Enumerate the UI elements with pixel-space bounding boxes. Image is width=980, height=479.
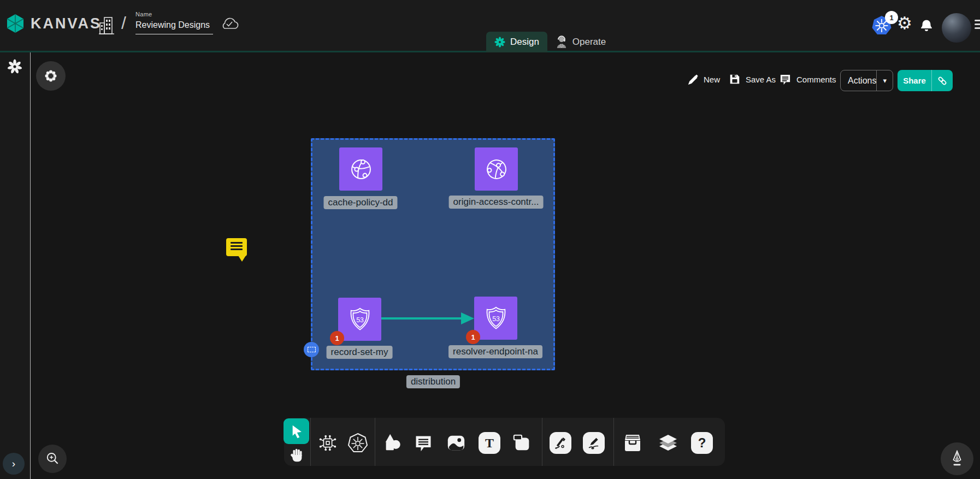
annotate-pen-button[interactable] — [941, 442, 973, 475]
route53-shield-icon: 53 — [481, 304, 511, 333]
new-button[interactable]: New — [686, 73, 720, 86]
tab-operate[interactable]: Operate — [550, 32, 612, 52]
node-record-set[interactable]: 53 — [338, 298, 381, 341]
cloudfront-globe-icon — [346, 154, 376, 185]
tool-kubernetes[interactable] — [346, 431, 370, 455]
left-sidebar — [0, 52, 31, 479]
share-label: Share — [898, 76, 931, 85]
pencil-scribble-icon — [583, 432, 605, 454]
app-header: KANVAS / Name — [0, 0, 980, 52]
node-resolver-endpoint[interactable]: 53 — [474, 297, 517, 340]
cursor-arrow-icon — [290, 424, 304, 439]
tool-pen-path[interactable] — [548, 431, 572, 455]
text-tool-icon: T — [479, 432, 500, 454]
node-origin-access-control[interactable] — [475, 147, 518, 191]
dashed-rect-icon — [308, 347, 316, 352]
help-question-icon: ? — [691, 432, 713, 454]
layers-icon — [657, 432, 679, 454]
design-name-label: Name — [135, 11, 213, 17]
node-label-cache-policy: cache-policy-dd — [323, 196, 397, 209]
tool-layers[interactable] — [656, 431, 680, 455]
brand-wordmark: KANVAS — [31, 15, 102, 32]
node-label-record-set: record-set-my — [327, 346, 393, 359]
tool-panel[interactable] — [510, 431, 534, 455]
tool-help[interactable]: ? — [690, 431, 714, 455]
toolbar-separator — [375, 418, 375, 466]
settings-gear-icon[interactable]: ⚙ — [897, 13, 912, 33]
expand-sidebar-button[interactable]: › — [3, 453, 25, 475]
flower-icon — [44, 69, 57, 82]
tool-image[interactable] — [444, 431, 468, 455]
svg-text:53: 53 — [356, 316, 364, 324]
magnifier-plus-icon — [45, 451, 60, 466]
user-avatar[interactable] — [942, 13, 971, 43]
design-name-field: Name — [135, 11, 213, 34]
comment-icon — [414, 433, 433, 453]
tool-pan-hand[interactable] — [286, 445, 307, 465]
save-floppy-icon — [729, 73, 741, 85]
tool-text[interactable]: T — [477, 431, 501, 455]
node-cache-policy[interactable] — [339, 147, 382, 191]
toolbar-separator — [310, 418, 311, 466]
tool-shapes[interactable] — [380, 431, 404, 455]
chip-icon — [317, 433, 338, 453]
breadcrumb-separator: / — [121, 13, 126, 33]
tab-design[interactable]: Design — [486, 32, 547, 52]
panel-card-icon — [512, 433, 533, 453]
canvas-comment-pin[interactable] — [226, 238, 247, 256]
group-label-distribution: distribution — [406, 375, 460, 388]
zoom-in-button[interactable] — [38, 445, 67, 473]
pen-nib-icon — [949, 450, 965, 468]
copy-link-icon[interactable] — [932, 74, 953, 87]
kubernetes-context-button[interactable]: 1 — [871, 14, 898, 39]
error-badge-record-set[interactable]: 1 — [330, 331, 344, 345]
chevron-right-icon: › — [12, 458, 15, 470]
save-as-button[interactable]: Save As — [729, 73, 776, 85]
group-select-handle[interactable] — [304, 342, 319, 357]
shapes-icon — [382, 433, 403, 453]
actions-label: Actions — [841, 76, 876, 86]
caret-down-icon[interactable]: ▾ — [877, 76, 893, 85]
pen-path-icon — [550, 432, 571, 454]
actions-dropdown-button[interactable]: Actions ▾ — [840, 70, 893, 91]
kanvas-logo-icon — [5, 13, 25, 34]
tool-components[interactable] — [316, 431, 340, 455]
save-as-button-label: Save As — [746, 75, 776, 84]
node-label-resolver-endpoint: resolver-endpoint-na — [448, 345, 542, 358]
hand-icon — [288, 447, 305, 463]
tool-freehand-draw[interactable] — [582, 431, 606, 455]
tab-operate-label: Operate — [572, 37, 606, 48]
drawer-archive-icon — [622, 432, 644, 454]
comments-button[interactable]: Comments — [779, 73, 836, 86]
toolbar-separator — [542, 418, 542, 466]
kanvas-app: KANVAS / Name — [0, 0, 980, 479]
meshery-pinwheel-icon[interactable] — [7, 59, 22, 74]
edge-record-to-resolver[interactable] — [381, 311, 475, 326]
design-name-input[interactable] — [135, 17, 213, 34]
pencil-new-icon — [686, 73, 699, 86]
organization-icon[interactable] — [98, 15, 116, 36]
toolbar-separator — [613, 418, 614, 466]
cloudfront-globe-icon — [481, 154, 512, 185]
tool-drawer[interactable] — [621, 431, 645, 455]
brand-logo[interactable]: KANVAS — [5, 13, 102, 34]
design-pinwheel-icon — [494, 37, 505, 48]
tab-design-label: Design — [510, 37, 539, 48]
image-icon — [446, 433, 467, 453]
hamburger-menu-icon[interactable] — [975, 20, 980, 29]
share-button[interactable]: Share — [898, 70, 953, 91]
svg-text:53: 53 — [492, 315, 500, 323]
route53-shield-icon: 53 — [345, 305, 375, 334]
node-label-origin-access: origin-access-contr... — [449, 196, 544, 209]
canvas-widgets-button[interactable] — [36, 61, 66, 91]
new-button-label: New — [704, 75, 720, 84]
notifications-bell-icon[interactable] — [919, 16, 934, 33]
kubernetes-count-badge: 1 — [885, 11, 898, 24]
comments-button-label: Comments — [796, 75, 836, 84]
tool-comment[interactable] — [411, 431, 435, 455]
cloud-saved-icon[interactable] — [220, 15, 239, 32]
error-badge-resolver-endpoint[interactable]: 1 — [466, 330, 480, 344]
tool-select-cursor[interactable] — [284, 418, 309, 444]
operate-operator-icon — [556, 36, 568, 49]
comments-icon — [779, 73, 792, 86]
